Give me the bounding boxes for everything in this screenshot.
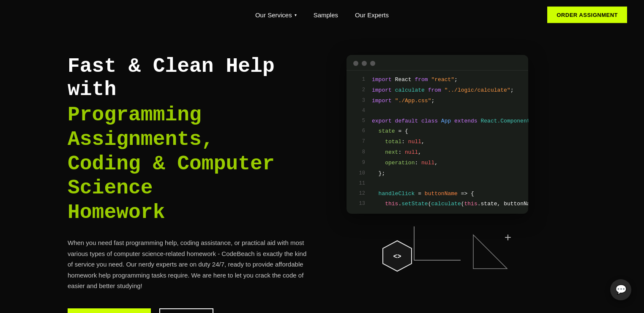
code-line: 9 operation: null,: [347, 158, 528, 169]
decorative-lines: [347, 218, 528, 286]
hero-right: 1 import React from "react"; 2 import ca…: [347, 55, 528, 286]
code-line: 13 this.setState(calculate(this.state, b…: [347, 199, 528, 210]
navbar: Our Services ▾ Samples Our Experts ORDER…: [0, 0, 644, 30]
svg-marker-0: [473, 235, 507, 269]
panel-dot-2: [362, 61, 367, 66]
code-line: 4: [347, 106, 528, 116]
code-line: 7 total: null,: [347, 137, 528, 147]
hero-title-white: Fast & Clean Help with: [68, 55, 321, 101]
code-line: 6 state = {: [347, 126, 528, 137]
hero-buttons: ORDER ASSIGNMENT LIVE CHAT: [68, 308, 321, 313]
decorative-area: <> +: [347, 218, 528, 286]
panel-dot-3: [370, 61, 375, 66]
code-line: 2 import calculate from "../logic/calcul…: [347, 85, 528, 96]
code-line: 3 import "./App.css";: [347, 96, 528, 106]
hero-order-button[interactable]: ORDER ASSIGNMENT: [68, 308, 151, 313]
code-panel-body: 1 import React from "react"; 2 import ca…: [347, 71, 528, 214]
nav-samples[interactable]: Samples: [314, 11, 338, 19]
hero-left: Fast & Clean Help with Programming Assig…: [68, 55, 321, 313]
hero-section: Fast & Clean Help with Programming Assig…: [0, 30, 644, 313]
hero-description: When you need fast programming help, cod…: [68, 237, 313, 291]
svg-text:<>: <>: [393, 253, 401, 261]
nav-order-button[interactable]: ORDER ASSIGNMENT: [547, 7, 627, 23]
plus-icon: +: [505, 231, 511, 244]
code-panel: 1 import React from "react"; 2 import ca…: [347, 55, 528, 214]
code-panel-header: [347, 55, 528, 71]
hero-title-green: Programming Assignments, Coding & Comput…: [68, 103, 321, 225]
hexagon-icon: <>: [380, 239, 414, 273]
code-line: 12 handleClick = buttonName => {: [347, 189, 528, 199]
nav-services[interactable]: Our Services ▾: [255, 11, 297, 19]
chat-bubble-icon: 💬: [615, 284, 627, 295]
nav-experts[interactable]: Our Experts: [355, 11, 389, 19]
dropdown-arrow-icon: ▾: [295, 13, 297, 17]
code-line: 10 };: [347, 169, 528, 179]
chat-bubble-button[interactable]: 💬: [610, 279, 631, 300]
nav-links: Our Services ▾ Samples Our Experts: [255, 11, 389, 19]
code-line: 8 next: null,: [347, 147, 528, 158]
code-line: 5 export default class App extends React…: [347, 116, 528, 127]
code-line: 1 import React from "react";: [347, 75, 528, 85]
code-line: 11: [347, 179, 528, 188]
panel-dot-1: [353, 61, 358, 66]
hero-chat-button[interactable]: LIVE CHAT: [159, 308, 213, 313]
